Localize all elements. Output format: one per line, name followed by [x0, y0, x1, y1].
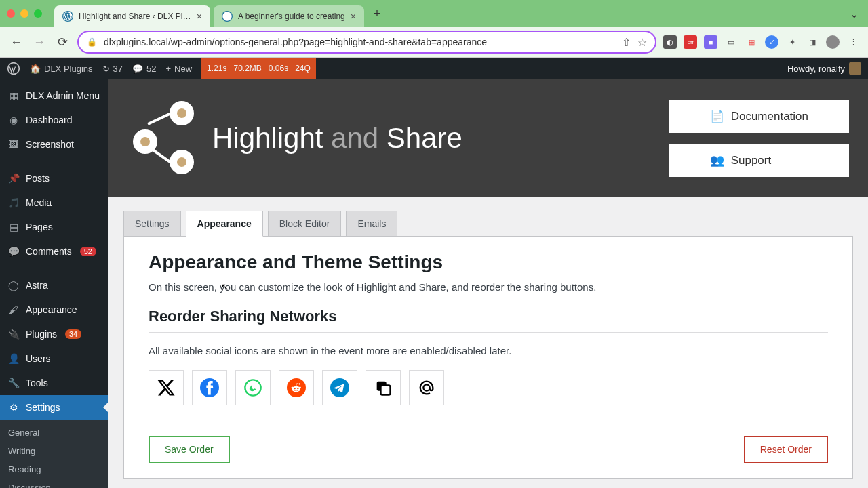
sub-reading[interactable]: Reading — [0, 460, 108, 479]
tab-title: A beginner's guide to creating — [238, 12, 345, 21]
sidebar-item-dlx-admin[interactable]: ▦DLX Admin Menu — [0, 79, 108, 108]
updates-link[interactable]: ↻37 — [102, 64, 123, 74]
social-telegram[interactable] — [322, 370, 357, 405]
media-icon: 🎵 — [7, 196, 20, 209]
sidebar-item-dashboard[interactable]: ◉Dashboard — [0, 108, 108, 132]
social-copy[interactable] — [366, 370, 401, 405]
browser-tab[interactable]: A beginner's guide to creating × — [214, 5, 364, 27]
sidebar-item-appearance[interactable]: 🖌Appearance — [0, 298, 108, 322]
tab-title: Highlight and Share ‹ DLX Plug — [79, 12, 191, 21]
lock-icon: 🔒 — [87, 37, 97, 47]
section-heading: Reorder Sharing Networks — [149, 308, 828, 333]
sub-general[interactable]: General — [0, 424, 108, 442]
back-button[interactable]: ← — [8, 34, 24, 50]
sidebar-item-comments[interactable]: 💬Comments52 — [0, 239, 108, 264]
dashboard-icon: ◉ — [7, 113, 20, 127]
reset-order-button[interactable]: Reset Order — [744, 436, 828, 463]
count-badge: 34 — [65, 329, 81, 339]
extensions: ◐ off ■ ▭ ▦ ✓ ✦ ◨ ⋮ — [663, 35, 860, 49]
support-button[interactable]: 👥Support — [669, 144, 849, 177]
panel-heading: Appearance and Theme Settings — [149, 251, 828, 273]
update-icon: ↻ — [102, 64, 110, 74]
admin-sidebar: ▦DLX Admin Menu ◉Dashboard 🖼Screenshot 📌… — [0, 79, 108, 488]
tab-appearance[interactable]: Appearance — [186, 211, 263, 237]
social-whatsapp[interactable] — [235, 370, 271, 405]
maximize-window[interactable] — [34, 9, 42, 18]
social-facebook[interactable] — [192, 370, 227, 405]
sidebar-item-posts[interactable]: 📌Posts — [0, 166, 108, 190]
bookmark-icon[interactable]: ☆ — [637, 36, 647, 49]
tab-emails[interactable]: Emails — [346, 211, 397, 236]
sidebar-item-users[interactable]: 👤Users — [0, 346, 108, 371]
sidebar-item-astra[interactable]: ◯Astra — [0, 273, 108, 298]
profile-avatar[interactable] — [826, 35, 840, 49]
share-icon[interactable]: ⇧ — [622, 36, 631, 49]
social-email[interactable] — [409, 370, 444, 405]
close-tab-icon[interactable]: × — [351, 11, 356, 22]
settings-submenu: General Writing Reading Discussion — [0, 420, 108, 488]
close-window[interactable] — [7, 9, 15, 18]
debug-bar[interactable]: 1.21s 70.2MB 0.06s 24Q — [201, 58, 316, 79]
plugin-tabs: Settings Appearance Block Editor Emails — [108, 197, 868, 236]
browser-tab-active[interactable]: Highlight and Share ‹ DLX Plug × — [54, 5, 210, 27]
brush-icon: 🖌 — [7, 303, 20, 317]
save-order-button[interactable]: Save Order — [149, 436, 230, 463]
content-area: Highlight and Share 📄Documentation 👥Supp… — [108, 79, 868, 488]
sub-writing[interactable]: Writing — [0, 442, 108, 460]
panel-description: On this screen, you can customize the lo… — [149, 281, 828, 293]
user-icon: 👤 — [7, 352, 20, 365]
sidebar-item-plugins[interactable]: 🔌Plugins34 — [0, 322, 108, 346]
ext-icon[interactable]: ▦ — [745, 35, 758, 49]
close-tab-icon[interactable]: × — [197, 11, 202, 22]
sub-discussion[interactable]: Discussion — [0, 479, 108, 488]
image-icon: 🖼 — [7, 138, 20, 151]
menu-icon[interactable]: ⋮ — [846, 35, 860, 49]
ext-icon[interactable]: ■ — [704, 35, 717, 49]
ext-icon[interactable]: ▭ — [724, 35, 738, 49]
howdy-link[interactable]: Howdy, ronalfy — [787, 62, 861, 75]
address-bar[interactable]: 🔒 dlxplugins.local/wp-admin/options-gene… — [77, 30, 656, 54]
sliders-icon: ⚙ — [7, 401, 20, 414]
tab-block-editor[interactable]: Block Editor — [268, 211, 342, 236]
svg-point-6 — [330, 378, 349, 397]
sidebar-item-pages[interactable]: ▤Pages — [0, 215, 108, 239]
ext-icon[interactable]: ◐ — [663, 35, 677, 49]
grid-icon: ▦ — [7, 89, 20, 102]
astra-icon: ◯ — [7, 279, 20, 292]
page-icon: ▤ — [7, 220, 20, 234]
site-link[interactable]: 🏠DLX Plugins — [30, 64, 93, 74]
sidebar-item-screenshot[interactable]: 🖼Screenshot — [0, 132, 108, 157]
tab-settings[interactable]: Settings — [123, 211, 181, 236]
documentation-button[interactable]: 📄Documentation — [669, 100, 849, 133]
sidebar-item-media[interactable]: 🎵Media — [0, 190, 108, 215]
new-tab-button[interactable]: + — [368, 4, 387, 23]
home-icon: 🏠 — [30, 64, 41, 74]
sidebar-item-settings[interactable]: ⚙Settings — [0, 395, 108, 420]
minimize-window[interactable] — [20, 9, 28, 18]
social-reddit[interactable] — [279, 370, 314, 405]
sidepanel-icon[interactable]: ◨ — [806, 35, 819, 49]
browser-toolbar: ← → ⟳ 🔒 dlxplugins.local/wp-admin/option… — [0, 27, 868, 58]
plugin-header: Highlight and Share 📄Documentation 👥Supp… — [108, 79, 868, 197]
wrench-icon: 🔧 — [7, 376, 20, 390]
new-link[interactable]: +New — [165, 64, 192, 74]
svg-rect-8 — [381, 386, 391, 395]
sortable-social-icons[interactable] — [149, 370, 828, 405]
url-text: dlxplugins.local/wp-admin/options-genera… — [104, 37, 615, 47]
ext-icon[interactable]: off — [684, 35, 697, 49]
settings-panel: Appearance and Theme Settings On this sc… — [123, 236, 853, 479]
wp-logo-icon[interactable] — [7, 62, 20, 75]
comments-link[interactable]: 💬52 — [132, 64, 156, 74]
plugin-title: Highlight and Share — [212, 122, 462, 155]
extensions-icon[interactable]: ✦ — [785, 35, 799, 49]
forward-button[interactable]: → — [31, 34, 47, 50]
ext-icon[interactable]: ✓ — [765, 35, 778, 49]
sidebar-item-tools[interactable]: 🔧Tools — [0, 371, 108, 395]
avatar — [849, 62, 861, 75]
browser-tabstrip: Highlight and Share ‹ DLX Plug × A begin… — [0, 0, 868, 27]
social-x[interactable] — [149, 370, 184, 405]
plus-icon: + — [165, 64, 171, 74]
reload-button[interactable]: ⟳ — [54, 34, 71, 50]
wordpress-icon — [62, 11, 73, 22]
tabs-dropdown-icon[interactable]: ⌄ — [850, 7, 859, 20]
